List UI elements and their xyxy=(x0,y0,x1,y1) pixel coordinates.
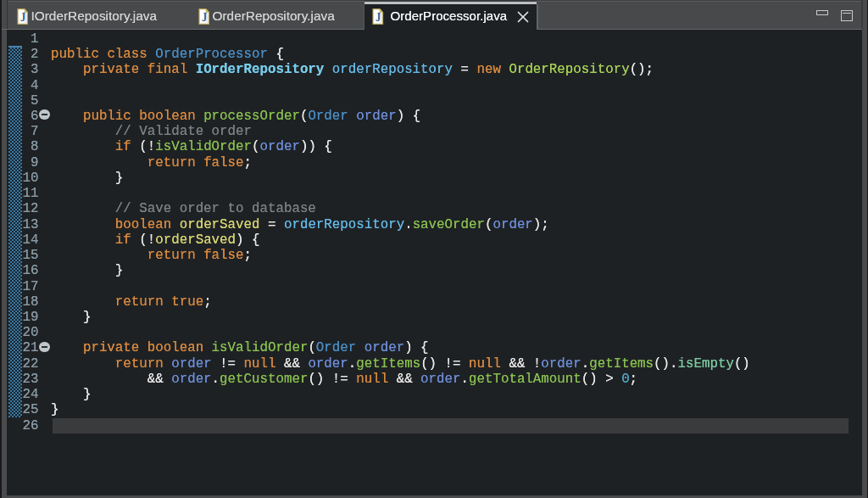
svg-text:J: J xyxy=(202,9,208,23)
svg-text:J: J xyxy=(376,9,381,23)
svg-text:J: J xyxy=(20,9,26,23)
